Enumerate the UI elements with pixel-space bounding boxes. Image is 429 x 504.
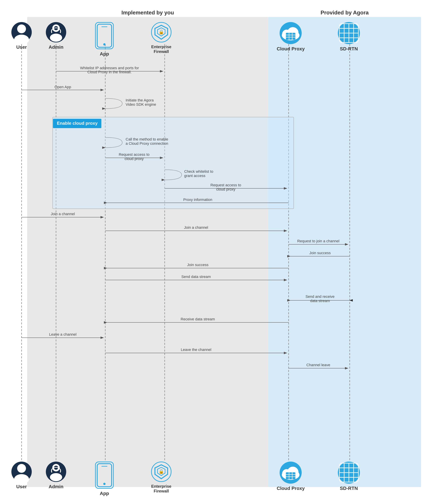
sdrtn-svg bbox=[338, 22, 360, 44]
app-svg bbox=[96, 23, 113, 49]
svg-text:🔒: 🔒 bbox=[159, 29, 164, 35]
actor-user-top: User bbox=[11, 22, 32, 50]
section-provided bbox=[268, 17, 421, 487]
actor-app-bottom: App bbox=[95, 462, 114, 496]
svg-point-85 bbox=[50, 473, 62, 481]
svg-rect-95 bbox=[286, 472, 295, 479]
app-icon-bottom bbox=[95, 462, 114, 489]
svg-point-58 bbox=[14, 35, 29, 42]
svg-point-82 bbox=[17, 464, 26, 473]
svg-point-83 bbox=[14, 474, 29, 482]
admin-top-label: Admin bbox=[49, 44, 63, 50]
svg-point-88 bbox=[103, 483, 106, 485]
actor-sdrtn-bottom: SD-RTN bbox=[338, 462, 360, 491]
firewall-icon-bottom: 🔒 bbox=[151, 462, 171, 482]
actor-admin-top: Admin bbox=[46, 22, 66, 50]
svg-point-63 bbox=[103, 43, 106, 45]
admin-bottom-label: Admin bbox=[49, 484, 63, 489]
actor-sdrtn-top: SD-RTN bbox=[338, 22, 360, 52]
user-bottom-label: User bbox=[16, 484, 27, 489]
firewall-svg: 🔒 bbox=[152, 23, 171, 42]
admin-svg bbox=[46, 22, 66, 42]
svg-point-57 bbox=[17, 25, 26, 33]
sdrtn-icon-top bbox=[338, 22, 360, 44]
actor-user-bottom: User bbox=[11, 462, 32, 489]
actor-cloudproxy-bottom: Cloud Proxy bbox=[277, 462, 305, 491]
label-implemented: Implemented by you bbox=[27, 9, 268, 16]
sdrtn-bottom-label: SD-RTN bbox=[340, 486, 358, 491]
svg-text:🔒: 🔒 bbox=[159, 469, 164, 474]
user-icon-bottom bbox=[11, 462, 32, 482]
actor-cloudproxy-top: Cloud Proxy bbox=[277, 22, 305, 52]
cloudproxy-bottom-label: Cloud Proxy bbox=[277, 486, 305, 491]
user-icon-top bbox=[11, 22, 32, 42]
cloudproxy-icon-top bbox=[280, 22, 302, 44]
cloudproxy-top-label: Cloud Proxy bbox=[277, 46, 305, 52]
user-svg bbox=[11, 22, 32, 42]
actor-firewall-top: 🔒 Enterprise Firewall bbox=[148, 22, 175, 54]
firewall-top-label: Enterprise Firewall bbox=[148, 44, 175, 54]
actor-firewall-bottom: 🔒 Enterprise Firewall bbox=[148, 462, 175, 494]
app-bottom-label: App bbox=[100, 491, 109, 496]
diagram-container: Implemented by you Provided by Agora bbox=[0, 0, 429, 504]
cloudproxy-icon-bottom bbox=[280, 462, 302, 484]
sdrtn-icon-bottom bbox=[338, 462, 360, 484]
label-provided: Provided by Agora bbox=[268, 9, 421, 16]
actor-app-top: App bbox=[95, 22, 114, 57]
firewall-bottom-label: Enterprise Firewall bbox=[148, 484, 175, 494]
admin-icon-top bbox=[46, 22, 66, 42]
cloudproxy-svg bbox=[280, 22, 302, 44]
section-implemented bbox=[27, 17, 268, 487]
svg-rect-70 bbox=[286, 33, 295, 40]
app-icon-top bbox=[95, 22, 114, 49]
svg-point-60 bbox=[50, 34, 62, 42]
user-top-label: User bbox=[16, 44, 27, 50]
sdrtn-top-label: SD-RTN bbox=[340, 46, 358, 52]
admin-icon-bottom bbox=[46, 462, 66, 482]
firewall-icon-top: 🔒 bbox=[151, 22, 171, 42]
actor-admin-bottom: Admin bbox=[46, 462, 66, 489]
app-top-label: App bbox=[100, 51, 109, 57]
